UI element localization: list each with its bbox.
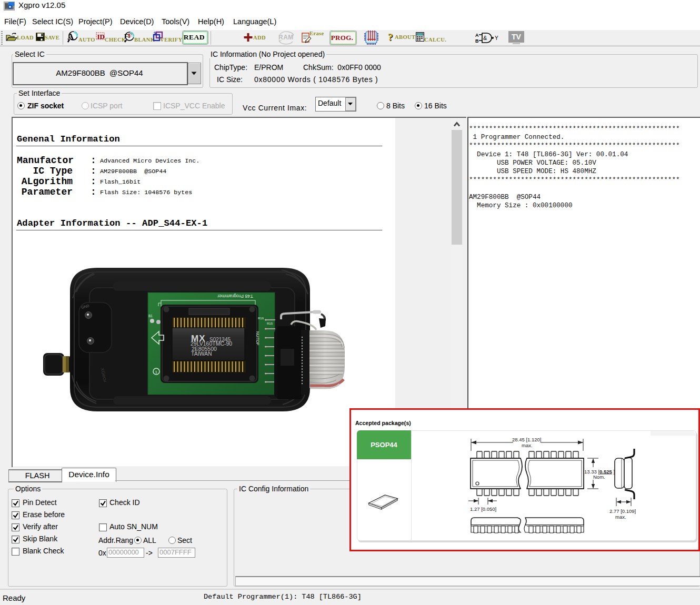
svg-text:B1: B1 [148,314,153,318]
svg-text:max.: max. [615,514,626,520]
svg-text:A: A [475,33,479,38]
svg-text:B: B [475,38,479,44]
svg-text:Y: Y [495,35,498,41]
svg-text:T48 Programmer: T48 Programmer [217,294,253,299]
svg-text:ID: ID [97,33,104,41]
svg-text:1.27 [0.050]: 1.27 [0.050] [470,506,496,512]
svg-text:R15: R15 [267,322,273,325]
svg-text:28.45 [1.120]: 28.45 [1.120] [512,437,541,442]
svg-text:max.: max. [522,442,533,448]
svg-text:13.33 [0.525 ]: 13.33 [0.525 ] [584,469,615,475]
svg-text:2.77 [0.109]: 2.77 [0.109] [609,508,636,514]
svg-text:NU/TOP: NU/TOP [256,331,259,346]
svg-text:1: 1 [155,370,158,375]
svg-text:F: F [128,32,132,39]
svg-text:TAIWAN: TAIWAN [191,350,212,357]
svg-text:&: & [483,35,487,41]
svg-text:R16: R16 [258,317,264,320]
svg-text:Nom.: Nom. [593,474,605,480]
